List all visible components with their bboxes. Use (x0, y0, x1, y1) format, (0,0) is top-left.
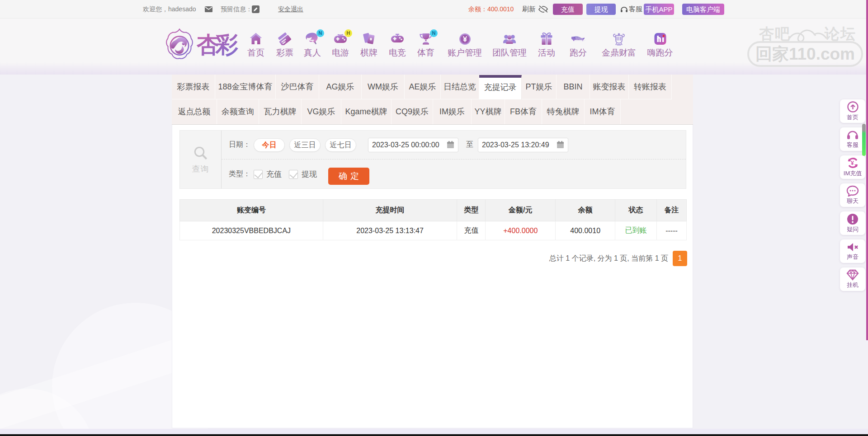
svg-text:杏彩: 杏彩 (197, 32, 238, 57)
svg-text:杏彩．棒球王秘書: 杏彩．棒球王秘書 (574, 39, 585, 42)
svg-text:¥: ¥ (851, 160, 854, 166)
